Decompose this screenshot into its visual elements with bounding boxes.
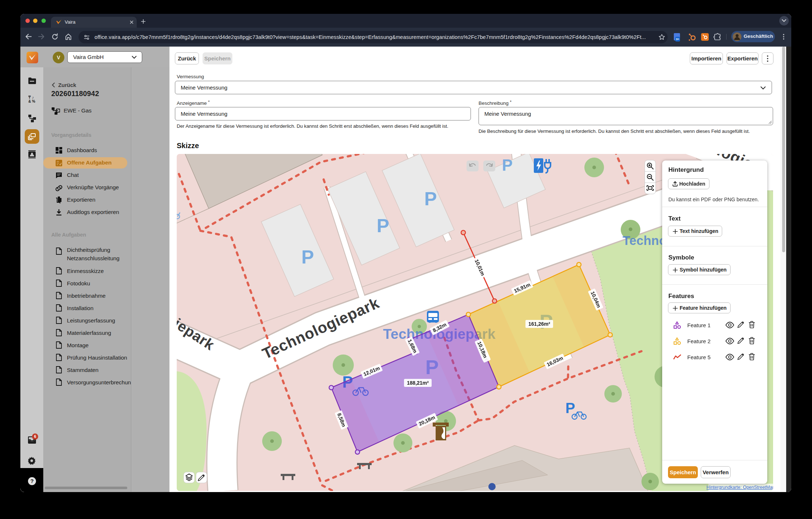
svg-text:♪: ♪ — [32, 95, 34, 99]
svg-text:₸: ₸ — [28, 95, 31, 99]
svg-text:&: & — [28, 99, 31, 103]
svg-text:%: % — [32, 99, 35, 103]
svg-text:161,26m²: 161,26m² — [528, 321, 550, 327]
svg-text:P: P — [565, 400, 575, 416]
svg-text:188,21m²: 188,21m² — [407, 380, 429, 386]
svg-text:P: P — [502, 156, 512, 174]
svg-text:P: P — [377, 215, 389, 236]
svg-text:P: P — [424, 188, 437, 209]
svg-text:P: P — [301, 246, 314, 268]
svg-text:Hintergrundkarte: OpenStreetMa: Hintergrundkarte: OpenStreetMap — [707, 485, 773, 490]
